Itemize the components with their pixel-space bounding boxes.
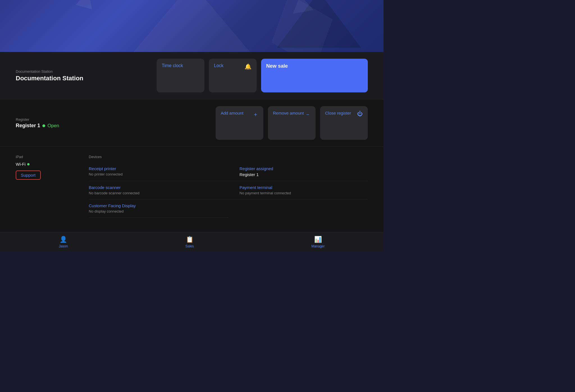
devices-grid: Receipt printer No printer connected Reg… [89,162,368,218]
station-buttons: Time clock Lock 🔔 New sale [157,59,368,92]
main-content: Documentation Station Documentation Stat… [0,52,384,252]
nav-item-jason[interactable]: 👤 Jason [47,234,79,250]
station-info: Documentation Station Documentation Stat… [16,69,157,82]
manager-icon: 📊 [314,236,322,243]
payment-terminal-name[interactable]: Payment terminal [239,185,368,190]
customer-facing-display-status: No display connected [89,209,228,213]
register-section: Register Register 1 Open Add amount ＋ Re… [0,99,384,147]
minus-icon: － [305,111,311,118]
time-clock-button[interactable]: Time clock [157,59,204,92]
register-label: Register [16,117,216,122]
close-register-row: Close register ⏻ [325,111,363,117]
bottom-navigation: 👤 Jason 📋 Sales 📊 Manager [0,232,384,252]
sales-icon: 📋 [186,236,193,243]
station-name: Documentation Station [16,75,157,82]
new-sale-label: New sale [266,63,288,69]
station-label: Documentation Station [16,69,157,74]
register-info: Register Register 1 Open [16,117,216,129]
payment-terminal-status: No payment terminal connected [239,191,368,195]
lock-button[interactable]: Lock 🔔 [209,59,257,92]
jason-label: Jason [59,244,68,248]
payment-terminal-item: Payment terminal No payment terminal con… [228,181,368,199]
remove-amount-row: Remove amount － [273,111,311,118]
hero-banner [0,0,384,52]
lock-label: Lock [214,63,223,68]
devices-main: Devices Receipt printer No printer conne… [89,155,368,244]
close-register-button[interactable]: Close register ⏻ [320,106,368,140]
register-assigned-value: Register 1 [239,172,368,177]
register-name: Register 1 [16,123,40,129]
customer-facing-display-item: Customer Facing Display No display conne… [89,199,228,218]
time-clock-label: Time clock [162,63,183,68]
wifi-status-dot [27,163,29,165]
nav-item-manager[interactable]: 📊 Manager [300,234,336,250]
close-register-label: Close register [325,111,351,115]
nav-item-sales[interactable]: 📋 Sales [174,234,205,250]
status-dot [42,124,45,127]
remove-amount-button[interactable]: Remove amount － [268,106,316,140]
power-icon: ⏻ [357,111,363,117]
receipt-printer-item: Receipt printer No printer connected [89,162,228,181]
wifi-row: Wi-Fi [16,162,72,167]
barcode-scanner-item: Barcode scanner No barcode scanner conne… [89,181,228,199]
support-label: Support [21,173,36,177]
jason-icon: 👤 [60,236,67,243]
manager-label: Manager [311,244,325,248]
barcode-scanner-name[interactable]: Barcode scanner [89,185,228,190]
register-action-buttons: Add amount ＋ Remove amount － Close regis… [216,106,368,140]
barcode-scanner-status: No barcode scanner connected [89,191,228,195]
station-section: Documentation Station Documentation Stat… [0,52,384,99]
lock-icon: 🔔 [245,63,252,70]
geo-decoration-1 [130,0,254,52]
support-button[interactable]: Support [16,170,41,180]
devices-title: Devices [89,155,368,159]
remove-amount-label: Remove amount [273,111,304,115]
receipt-printer-status: No printer connected [89,172,228,176]
add-amount-label: Add amount [221,111,243,115]
register-open-status: Open [47,123,59,129]
sales-label: Sales [185,244,194,248]
wifi-text: Wi-Fi [16,162,26,167]
new-sale-button[interactable]: New sale [261,59,368,92]
ipad-section: iPad Wi-Fi Support [16,155,72,244]
receipt-printer-name[interactable]: Receipt printer [89,166,228,171]
add-amount-row: Add amount ＋ [221,111,258,118]
ipad-label: iPad [16,155,72,159]
register-status-row: Register 1 Open [16,123,216,129]
plus-icon: ＋ [253,111,258,118]
add-amount-button[interactable]: Add amount ＋ [216,106,263,140]
register-assigned-item: Register assigned Register 1 [228,162,368,181]
customer-facing-display-name[interactable]: Customer Facing Display [89,203,228,208]
register-assigned-name[interactable]: Register assigned [239,166,368,171]
